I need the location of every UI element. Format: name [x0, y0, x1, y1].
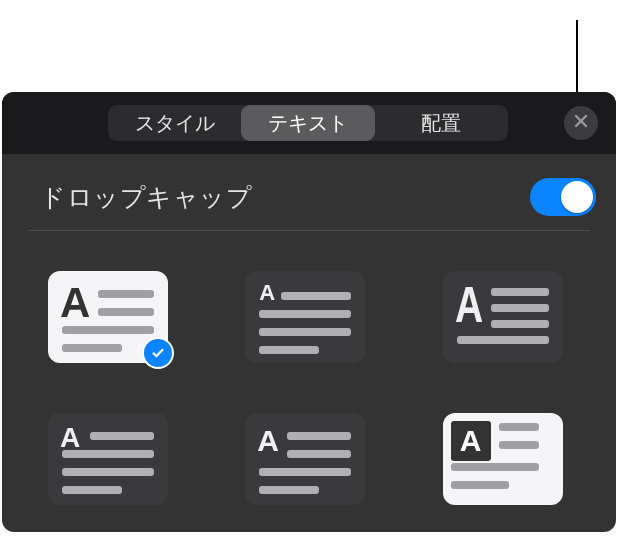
letter-a-icon: A: [460, 426, 482, 456]
panel-content: ドロップキャップ A A: [2, 154, 616, 505]
dropcap-style-2-preview: A: [259, 286, 351, 348]
dropcap-style-5[interactable]: A: [245, 413, 365, 505]
dropcap-style-grid: A A A: [28, 231, 590, 505]
dropcap-style-2[interactable]: A: [245, 271, 365, 363]
reversed-plate: A: [451, 421, 491, 461]
dropcap-style-1-preview: A: [62, 286, 154, 348]
dropcap-style-3-preview: A: [457, 286, 549, 348]
letter-a-icon: A: [60, 282, 90, 324]
dropcap-style-6-preview: A: [443, 413, 563, 505]
dropcap-toggle[interactable]: [530, 178, 596, 216]
dropcap-style-1[interactable]: A: [48, 271, 168, 363]
tab-text-label: テキスト: [268, 110, 348, 137]
dropcap-style-3[interactable]: A: [443, 271, 563, 363]
close-button[interactable]: [564, 106, 598, 140]
tab-segmented-control: スタイル テキスト 配置: [108, 105, 508, 141]
close-icon: [573, 113, 589, 133]
tab-style[interactable]: スタイル: [108, 105, 241, 141]
dropcap-row: ドロップキャップ: [28, 174, 590, 231]
letter-a-icon: A: [455, 280, 483, 330]
panel-tabbar: スタイル テキスト 配置: [2, 92, 616, 154]
dropcap-style-4[interactable]: A: [48, 413, 168, 505]
dropcap-style-5-preview: A: [259, 428, 351, 490]
letter-a-icon: A: [259, 282, 275, 304]
letter-a-icon: A: [60, 424, 80, 452]
tab-layout[interactable]: 配置: [375, 105, 508, 141]
text-format-panel: スタイル テキスト 配置 ドロップキャップ: [2, 92, 616, 532]
tab-text[interactable]: テキスト: [241, 105, 374, 141]
dropcap-style-4-preview: A: [62, 428, 154, 490]
tab-style-label: スタイル: [135, 110, 215, 137]
toggle-knob: [561, 181, 593, 213]
dropcap-title: ドロップキャップ: [40, 181, 252, 214]
selected-check-icon: [142, 337, 174, 369]
tab-layout-label: 配置: [421, 110, 461, 137]
dropcap-style-6[interactable]: A: [443, 413, 563, 505]
letter-a-icon: A: [257, 426, 279, 456]
